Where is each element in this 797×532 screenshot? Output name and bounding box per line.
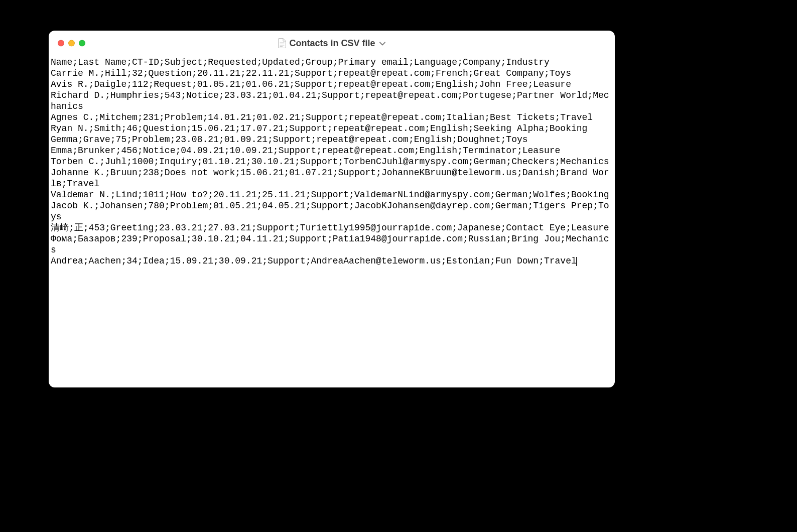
titlebar[interactable]: Contacts in CSV file	[49, 31, 615, 56]
window-controls	[58, 40, 85, 47]
document-icon	[278, 38, 286, 48]
editor-content-area[interactable]: Name;Last Name;CT-ID;Subject;Requested;U…	[49, 56, 615, 387]
minimize-button[interactable]	[68, 40, 75, 47]
close-button[interactable]	[58, 40, 64, 47]
maximize-button[interactable]	[79, 40, 85, 47]
window-title: Contacts in CSV file	[289, 38, 375, 49]
chevron-down-icon	[379, 39, 385, 47]
text-cursor	[576, 257, 577, 266]
text-editor-window: Contacts in CSV file Name;Last Name;CT-I…	[49, 31, 615, 387]
title-dropdown[interactable]: Contacts in CSV file	[278, 38, 385, 49]
csv-text[interactable]: Name;Last Name;CT-ID;Subject;Requested;U…	[51, 57, 613, 267]
